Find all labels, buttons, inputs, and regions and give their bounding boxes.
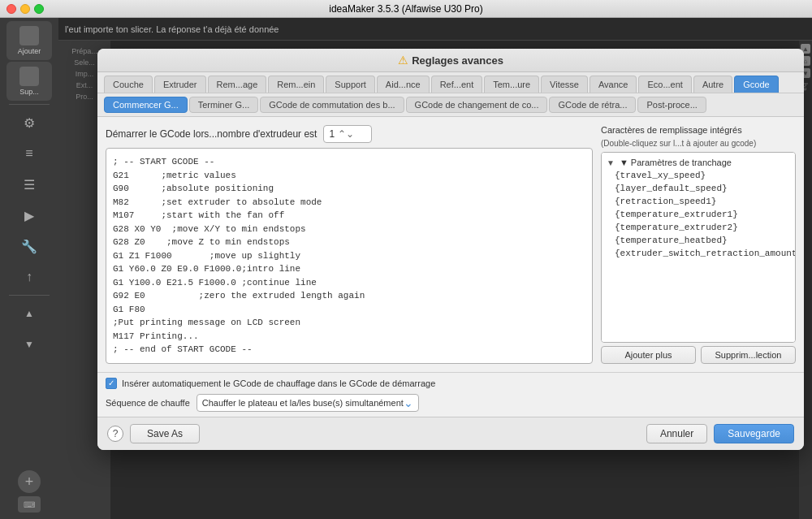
help-button[interactable]: ? — [107, 426, 123, 442]
tab-autre[interactable]: Autre — [693, 76, 732, 93]
add-plus-btn[interactable]: Ajouter plus — [601, 346, 696, 364]
fill-section[interactable]: ▼ ▼ Paramètres de tranchage {travel_xy_s… — [601, 152, 796, 343]
gcode-line: ; -- START GCODE -- — [113, 155, 585, 169]
cancel-button[interactable]: Annuler — [646, 424, 707, 443]
gcode-line: G92 E0 ;zero the extruded length again — [113, 289, 585, 303]
heat-select[interactable]: Chauffer le plateau et la/les buse(s) si… — [197, 394, 419, 412]
fill-item[interactable]: {extruder_switch_retraction_amount1} — [602, 247, 795, 260]
subtab-post[interactable]: Post-proce... — [637, 97, 706, 113]
remove-selection-btn[interactable]: Supprim...lection — [701, 346, 796, 364]
fill-item[interactable]: {temperature_heatbed} — [602, 234, 795, 247]
heat-value: Chauffer le plateau et la/les buse(s) si… — [202, 398, 404, 408]
sidebar-item-prep[interactable]: 🔧 — [6, 231, 52, 261]
fill-triangle: ▼ — [607, 158, 615, 167]
advanced-settings-dialog: ⚠ Reglages avances Couche Extruder Rem..… — [97, 49, 804, 450]
titlebar: ideaMaker 3.5.3 (Alfawise U30 Pro) — [0, 0, 812, 18]
sidebar-item-layers[interactable]: ≡ — [6, 139, 52, 168]
gcode-line: M107 ;start with the fan off — [113, 209, 585, 223]
gcode-line: G1 F80 — [113, 303, 585, 317]
checkbox-row: ✓ Insérer automatiquement le GCode de ch… — [106, 378, 796, 389]
sidebar-item-scroll-up[interactable]: ▲ — [6, 299, 52, 328]
fill-panel-subtitle: (Double-cliquez sur l...t à ajouter au g… — [601, 138, 796, 149]
tab-extruder[interactable]: Extruder — [154, 76, 206, 93]
subtab-bar: Commencer G... Terminer G... GCode de co… — [97, 93, 804, 117]
traffic-light-red[interactable] — [6, 4, 16, 14]
fill-item[interactable]: {travel_xy_speed} — [602, 169, 795, 182]
gcode-panel: Démarrer le GCode lors...nombre d'extrud… — [106, 125, 593, 364]
gcode-line: ;Put printing message on LCD screen — [113, 316, 585, 330]
gcode-line: G21 ;metric values — [113, 169, 585, 183]
tab-avance[interactable]: Avance — [590, 76, 637, 93]
gcode-line: G28 Z0 ;move Z to min endstops — [113, 236, 585, 249]
tab-couche[interactable]: Couche — [104, 76, 153, 93]
sidebar-btn-add[interactable]: Ajouter — [6, 21, 52, 60]
traffic-light-yellow[interactable] — [20, 4, 30, 14]
panel-container: Prépa... Sele... Imp... Ext... Pro... ▲ … — [58, 41, 812, 519]
gcode-editor[interactable]: ; -- START GCODE -- G21 ;metric values G… — [106, 148, 593, 364]
traffic-light-green[interactable] — [34, 4, 44, 14]
fill-item[interactable]: {layer_default_speed} — [602, 182, 795, 195]
fill-section-header[interactable]: ▼ ▼ Paramètres de tranchage — [602, 156, 795, 169]
extruder-label: Démarrer le GCode lors...nombre d'extrud… — [106, 128, 317, 140]
sidebar-item-play[interactable]: ▶ — [6, 201, 52, 230]
dialog-title: Reglages avances — [412, 54, 503, 67]
sidebar-item-upload[interactable]: ↑ — [6, 262, 52, 292]
fill-panel-title: Caractères de remplissage intégrés — [601, 125, 796, 135]
checkbox-label: Insérer automatiquement le GCode de chau… — [122, 378, 435, 388]
fill-panel: Caractères de remplissage intégrés (Doub… — [601, 125, 796, 364]
sidebar-item-gear[interactable]: ⚙ — [6, 108, 52, 137]
tab-ecoent[interactable]: Eco...ent — [638, 76, 691, 93]
tab-refent[interactable]: Ref...ent — [431, 76, 483, 93]
tab-remein[interactable]: Rem...ein — [268, 76, 324, 93]
gcode-line: M117 Printing... — [113, 330, 585, 344]
fill-section-label: ▼ Paramètres de tranchage — [620, 158, 732, 167]
snippet-area: l'eut importe ton slicer. La réponse t'a… — [58, 18, 812, 41]
footer-left: ? Save As — [107, 424, 200, 443]
sidebar-item-scroll-dn[interactable]: ▼ — [6, 330, 52, 359]
save-as-button[interactable]: Save As — [130, 424, 200, 443]
gcode-line: G1 Z1 F1000 ;move up slightly — [113, 249, 585, 263]
extruder-value: 1 — [329, 128, 335, 140]
sidebar-btn-sup[interactable]: Sup... — [6, 62, 52, 101]
sidebar-kb-btn[interactable]: ⌨ — [18, 496, 41, 513]
sidebar: Ajouter Sup... ⚙ ≡ ☰ ▶ 🔧 ↑ ▲ ▼ — [0, 18, 58, 519]
auto-insert-checkbox[interactable]: ✓ — [106, 378, 117, 389]
gcode-line: G1 Y100.0 E21.5 F1000.0 ;continue line — [113, 276, 585, 290]
titlebar-title: ideaMaker 3.5.3 (Alfawise U30 Pro) — [329, 3, 482, 15]
tab-support[interactable]: Support — [326, 76, 375, 93]
tab-aidnce[interactable]: Aid...nce — [377, 76, 430, 93]
heat-label: Séquence de chauffe — [106, 398, 190, 408]
subtab-commutation[interactable]: GCode de commutation des b... — [260, 97, 404, 113]
save-button[interactable]: Sauvegarde — [714, 424, 794, 443]
gcode-line: M82 ;set extruder to absolute mode — [113, 196, 585, 210]
gcode-line: G90 ;absolute positioning — [113, 182, 585, 196]
gcode-line: G1 Y60.0 Z0 E9.0 F1000.0;intro line — [113, 262, 585, 276]
dialog-footer: ? Save As Annuler Sauvegarde — [97, 417, 804, 450]
heat-row: Séquence de chauffe Chauffer le plateau … — [106, 394, 796, 412]
extruder-select-arrow: ⌃⌄ — [338, 128, 354, 140]
subtab-retraction[interactable]: GCode de rétra... — [549, 97, 636, 113]
fill-item[interactable]: {temperature_extruder2} — [602, 221, 795, 234]
fill-buttons: Ajouter plus Supprim...lection — [601, 346, 796, 364]
sidebar-item-settings[interactable]: ☰ — [6, 170, 52, 199]
warning-icon: ⚠ — [398, 54, 408, 67]
extruder-select[interactable]: 1 ⌃⌄ — [323, 125, 372, 143]
tab-temure[interactable]: Tem...ure — [484, 76, 539, 93]
fill-item[interactable]: {retraction_speed1} — [602, 195, 795, 208]
tab-bar: Couche Extruder Rem...age Rem...ein Supp… — [97, 72, 804, 93]
sidebar-plus-btn[interactable]: + — [18, 470, 41, 493]
heat-select-arrow: ⌄ — [404, 396, 413, 409]
fill-item[interactable]: {temperature_extruder1} — [602, 208, 795, 221]
tab-gcode[interactable]: Gcode — [734, 76, 778, 93]
subtab-changement[interactable]: GCode de changement de co... — [406, 97, 548, 113]
snippet-text: l'eut importe ton slicer. La réponse t'a… — [65, 24, 279, 34]
gcode-line: G28 X0 Y0 ;move X/Y to min endstops — [113, 223, 585, 236]
dialog-header: ⚠ Reglages avances — [97, 49, 804, 72]
subtab-commencer[interactable]: Commencer G... — [104, 97, 188, 113]
gcode-line: ; -- end of START GCODE -- — [113, 343, 585, 357]
tab-vitesse[interactable]: Vitesse — [541, 76, 588, 93]
footer-right: Annuler Sauvegarde — [646, 424, 794, 443]
subtab-terminer[interactable]: Terminer G... — [189, 97, 259, 113]
tab-remage[interactable]: Rem...age — [208, 76, 267, 93]
dialog-options: ✓ Insérer automatiquement le GCode de ch… — [97, 372, 804, 417]
